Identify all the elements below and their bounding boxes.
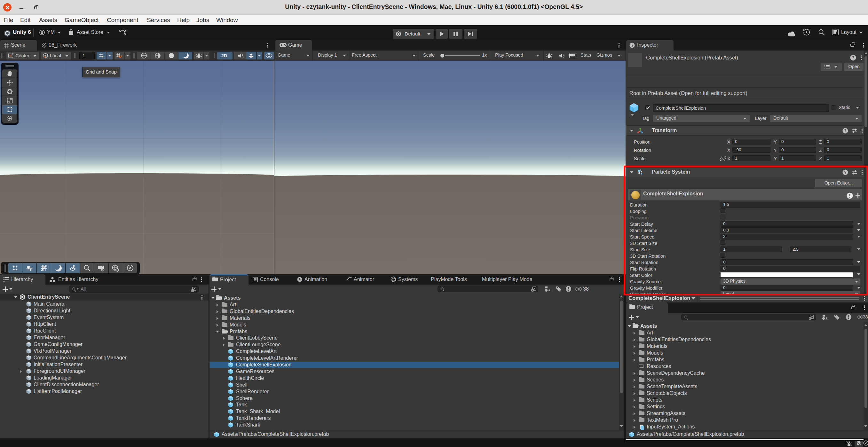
svg-text:?: ? [852,55,855,60]
svg-text:?: ? [844,129,846,133]
